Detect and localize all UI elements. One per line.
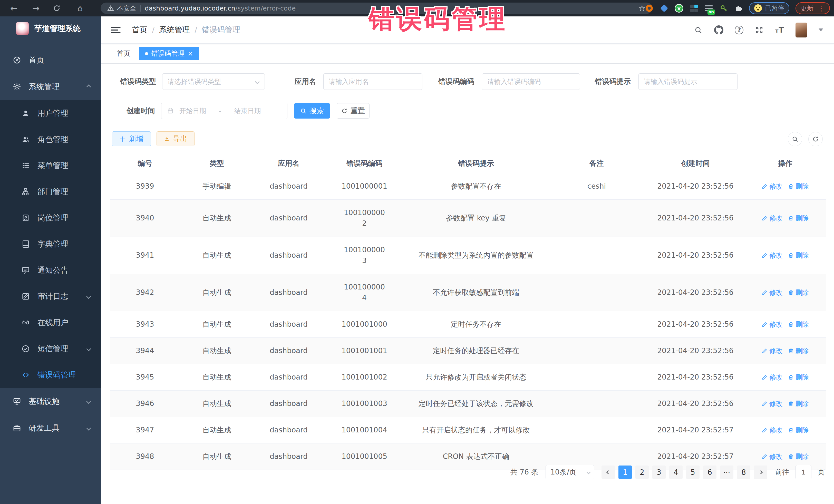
- edit-link[interactable]: 修改: [762, 425, 783, 435]
- user-avatar[interactable]: [795, 23, 807, 38]
- edit-link[interactable]: 修改: [762, 181, 783, 192]
- font-size-icon[interactable]: тT: [775, 25, 784, 35]
- roles-icon: [21, 135, 30, 144]
- delete-link[interactable]: 删除: [788, 425, 809, 435]
- delete-link[interactable]: 删除: [788, 399, 809, 409]
- sidebar-item-用户管理[interactable]: 用户管理: [0, 100, 101, 126]
- extension-grid-icon[interactable]: [689, 4, 698, 13]
- fullscreen-icon[interactable]: [755, 25, 764, 35]
- page-size-select[interactable]: 10条/页: [546, 465, 594, 479]
- page-button-4[interactable]: 4: [669, 465, 683, 479]
- breadcrumb-home[interactable]: 首页: [132, 25, 147, 35]
- cell-actions: 修改删除: [744, 174, 826, 199]
- tag-view-错误码管理[interactable]: 错误码管理×: [139, 47, 199, 60]
- sidebar-item-部门管理[interactable]: 部门管理: [0, 179, 101, 205]
- browser-back-icon[interactable]: ←: [9, 3, 19, 13]
- sidebar-item-系统管理[interactable]: 系统管理: [0, 73, 101, 100]
- browser-menu-kebab-icon[interactable]: ⋮: [817, 4, 825, 13]
- sidebar-item-研发工具[interactable]: 研发工具: [0, 415, 101, 441]
- column-header: 编号: [110, 154, 180, 173]
- app-logo-row[interactable]: 芋道管理系统: [0, 17, 101, 38]
- close-icon[interactable]: ×: [188, 50, 193, 58]
- add-button[interactable]: + 新增: [112, 131, 151, 146]
- delete-link[interactable]: 删除: [788, 452, 809, 462]
- sidebar-item-岗位管理[interactable]: 岗位管理: [0, 205, 101, 231]
- page-button-2[interactable]: 2: [635, 465, 649, 479]
- edit-link[interactable]: 修改: [762, 320, 783, 329]
- goto-page-input[interactable]: [795, 465, 811, 479]
- page-button-1[interactable]: 1: [618, 465, 632, 479]
- browser-update-button[interactable]: 更新 ⋮: [795, 2, 830, 14]
- help-icon[interactable]: ?: [735, 26, 743, 35]
- avatar-caret-icon[interactable]: [819, 28, 823, 31]
- extension-list-on-icon[interactable]: on: [704, 4, 713, 13]
- browser-home-icon[interactable]: ⌂: [75, 3, 85, 13]
- extension-gem-icon[interactable]: [660, 4, 668, 13]
- error-msg-input[interactable]: [638, 73, 738, 90]
- browser-forward-icon[interactable]: →: [31, 3, 41, 13]
- cell-code: 1001001001: [323, 338, 405, 364]
- table-row: 3941自动生成dashboard1001000003不能删除类型为系统内置的参…: [110, 237, 826, 274]
- prev-page-button[interactable]: [601, 465, 615, 479]
- table-search-toggle-icon[interactable]: [788, 132, 802, 146]
- edit-link[interactable]: 修改: [762, 452, 783, 462]
- infra-icon: [12, 397, 22, 406]
- sidebar-item-角色管理[interactable]: 角色管理: [0, 126, 101, 152]
- github-icon[interactable]: [714, 25, 723, 35]
- browser-profile-chip[interactable]: 已暂停: [749, 2, 789, 14]
- page-ellipsis-button[interactable]: ···: [720, 465, 733, 479]
- export-button[interactable]: 导出: [156, 131, 195, 146]
- page-button-6[interactable]: 6: [703, 465, 717, 479]
- header-search-icon[interactable]: [694, 25, 703, 35]
- edit-link[interactable]: 修改: [762, 346, 783, 356]
- create-time-range-picker[interactable]: 开始日期 - 结束日期: [161, 103, 287, 119]
- extension-key-icon[interactable]: [719, 4, 728, 13]
- sidebar-submenu: 用户管理角色管理菜单管理部门管理岗位管理字典管理通知公告审计日志在线用户短信管理…: [0, 100, 101, 388]
- delete-link[interactable]: 删除: [788, 250, 809, 261]
- page-button-5[interactable]: 5: [686, 465, 700, 479]
- start-date-placeholder: 开始日期: [179, 107, 206, 115]
- delete-link[interactable]: 删除: [788, 213, 809, 223]
- tag-view-首页[interactable]: 首页: [111, 47, 136, 60]
- edit-link[interactable]: 修改: [762, 288, 783, 298]
- page-button-3[interactable]: 3: [652, 465, 666, 479]
- edit-link[interactable]: 修改: [762, 213, 783, 223]
- breadcrumb-system[interactable]: 系统管理: [159, 25, 190, 35]
- extensions-puzzle-icon[interactable]: [734, 4, 743, 13]
- table-refresh-icon[interactable]: [808, 132, 823, 146]
- reset-button[interactable]: 重置: [337, 103, 370, 118]
- app-name-input[interactable]: [323, 73, 422, 90]
- sidebar-item-字典管理[interactable]: 字典管理: [0, 231, 101, 257]
- sidebar-item-在线用户[interactable]: 在线用户: [0, 309, 101, 336]
- cell-id: 3946: [110, 391, 180, 417]
- bookmark-star-icon[interactable]: ☆: [638, 3, 646, 13]
- delete-link[interactable]: 删除: [788, 346, 809, 356]
- goto-label: 前往: [775, 467, 789, 477]
- table-tools: [788, 132, 823, 146]
- edit-icon: [762, 374, 768, 380]
- delete-link[interactable]: 删除: [788, 372, 809, 382]
- sidebar-item-基础设施[interactable]: 基础设施: [0, 388, 101, 415]
- trash-icon: [788, 454, 794, 460]
- error-type-select[interactable]: 请选择错误码类型: [162, 73, 265, 90]
- sidebar-toggle-icon[interactable]: [111, 27, 120, 34]
- search-button[interactable]: 搜索: [294, 103, 330, 118]
- delete-link[interactable]: 删除: [788, 288, 809, 298]
- sidebar-item-短信管理[interactable]: 短信管理: [0, 336, 101, 362]
- sidebar-item-首页[interactable]: 首页: [0, 47, 101, 73]
- next-page-button[interactable]: [754, 465, 767, 479]
- edit-link[interactable]: 修改: [762, 372, 783, 382]
- extension-orange-icon[interactable]: [645, 4, 654, 13]
- sidebar-item-审计日志[interactable]: 审计日志: [0, 283, 101, 309]
- edit-link[interactable]: 修改: [762, 399, 783, 409]
- edit-link[interactable]: 修改: [762, 250, 783, 261]
- sidebar-item-错误码管理[interactable]: 错误码管理: [0, 362, 101, 388]
- sidebar-item-通知公告[interactable]: 通知公告: [0, 257, 101, 283]
- page-button-8[interactable]: 8: [737, 465, 750, 479]
- delete-link[interactable]: 删除: [788, 320, 809, 329]
- error-code-input[interactable]: [482, 73, 580, 90]
- extension-green-v-icon[interactable]: V: [675, 4, 683, 13]
- delete-link[interactable]: 删除: [788, 181, 809, 192]
- sidebar-item-菜单管理[interactable]: 菜单管理: [0, 152, 101, 179]
- browser-reload-icon[interactable]: [53, 4, 63, 12]
